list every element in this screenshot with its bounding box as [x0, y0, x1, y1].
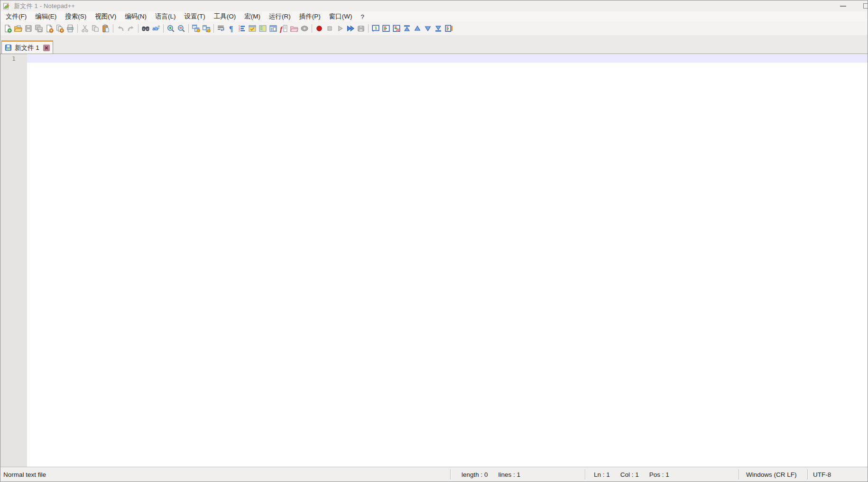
macro-run-multiple-icon	[346, 24, 355, 33]
folder-as-workspace-icon	[290, 24, 298, 33]
function-list-icon: f	[279, 24, 288, 33]
toolbar-separator	[77, 24, 78, 33]
document-list-icon	[269, 24, 277, 33]
close-all-icon	[55, 24, 64, 33]
function-list-button[interactable]: f	[278, 23, 289, 34]
menu-search[interactable]: 搜索(S)	[61, 11, 91, 22]
monitoring-icon	[300, 24, 309, 33]
close-all-button[interactable]	[55, 23, 65, 34]
window-controls	[811, 0, 868, 11]
menu-bar: 文件(F)编辑(E)搜索(S)视图(V)编码(N)语言(L)设置(T)工具(O)…	[0, 11, 868, 22]
cut-button	[80, 23, 90, 34]
monitoring-button	[299, 23, 310, 34]
compare-first-diff-button[interactable]	[402, 23, 412, 34]
replace-button[interactable]: ab	[151, 23, 161, 34]
macro-stop-button	[324, 23, 335, 34]
menu-plugins[interactable]: 插件(P)	[295, 11, 325, 22]
macro-save-icon	[357, 24, 365, 33]
user-defined-dialog-button[interactable]	[247, 23, 258, 34]
new-file-button[interactable]	[2, 23, 13, 34]
menu-view[interactable]: 视图(V)	[91, 11, 120, 22]
toolbar-separator	[138, 24, 139, 33]
status-eol-format[interactable]: Windows (CR LF)	[739, 467, 807, 482]
tab-label: 新文件 1	[15, 44, 39, 52]
compare-options-icon	[444, 24, 453, 33]
compare-prev-diff-button[interactable]	[412, 23, 423, 34]
replace-icon: ab	[152, 24, 160, 33]
svg-text:ab: ab	[152, 26, 158, 31]
sync-horizontal-scroll-button[interactable]	[201, 23, 212, 34]
zoom-in-button[interactable]	[166, 23, 176, 34]
indent-guide-icon	[238, 24, 246, 33]
menu-file[interactable]: 文件(F)	[1, 11, 31, 22]
folder-as-workspace-button[interactable]	[289, 23, 299, 34]
menu-tools[interactable]: 工具(O)	[210, 11, 240, 22]
text-content-area[interactable]	[27, 54, 868, 467]
toolbar-separator	[163, 24, 164, 33]
status-pos: Pos : 1	[649, 471, 669, 478]
status-encoding[interactable]: UTF-8	[808, 467, 868, 482]
indent-guide-button[interactable]	[237, 23, 247, 34]
close-icon	[45, 24, 54, 33]
tab-新文件 1[interactable]: 新文件 1	[1, 40, 53, 54]
compare-button[interactable]	[381, 23, 391, 34]
macro-record-button[interactable]	[314, 23, 324, 34]
save-button	[23, 23, 34, 34]
save-all-button	[34, 23, 44, 34]
compare-prev-diff-icon	[413, 24, 422, 33]
status-doc-type: Normal text file	[0, 467, 450, 482]
window-title: 新文件 1 - Notepad++	[14, 2, 75, 10]
sync-vertical-scroll-button[interactable]	[191, 23, 201, 34]
compare-clear-button[interactable]	[391, 23, 402, 34]
find-button[interactable]	[140, 23, 151, 34]
title-bar: 新文件 1 - Notepad++	[0, 0, 868, 11]
menu-language[interactable]: 语言(L)	[151, 11, 180, 22]
paste-button[interactable]	[101, 23, 111, 34]
copy-button	[90, 23, 101, 34]
compare-last-diff-button[interactable]	[433, 23, 443, 34]
compare-options-button[interactable]	[443, 23, 454, 34]
zoom-in-icon	[166, 24, 175, 33]
print-button[interactable]	[65, 23, 75, 34]
tab-close-icon[interactable]	[43, 45, 50, 51]
maximize-button[interactable]	[863, 3, 868, 9]
compare-set-first-button[interactable]: 1	[370, 23, 381, 34]
show-all-characters-button[interactable]: ¶	[226, 23, 237, 34]
menu-run[interactable]: 运行(R)	[265, 11, 295, 22]
word-wrap-button[interactable]	[216, 23, 226, 34]
menu-macro[interactable]: 宏(M)	[240, 11, 265, 22]
menu-encoding[interactable]: 编码(N)	[120, 11, 151, 22]
macro-play-button	[335, 23, 345, 34]
minimize-button[interactable]	[840, 6, 846, 7]
macro-run-multiple-button[interactable]	[345, 23, 356, 34]
editor-area[interactable]: 1	[0, 54, 868, 467]
menu-help[interactable]: ?	[356, 12, 369, 21]
sync-vertical-scroll-icon	[192, 24, 200, 33]
notepadpp-window: 新文件 1 - Notepad++ 文件(F)编辑(E)搜索(S)视图(V)编码…	[0, 0, 868, 482]
print-icon	[66, 24, 74, 33]
document-list-button[interactable]	[268, 23, 278, 34]
compare-set-first-icon: 1	[371, 24, 380, 33]
save-all-icon	[35, 24, 43, 33]
open-file-button[interactable]	[13, 23, 23, 34]
document-map-button[interactable]	[258, 23, 268, 34]
compare-last-diff-icon	[434, 24, 443, 33]
status-cursor-position: Ln : 1 Col : 1 Pos : 1	[586, 467, 739, 482]
menu-edit[interactable]: 编辑(E)	[31, 11, 61, 22]
new-file-icon	[3, 24, 12, 33]
sync-horizontal-scroll-icon	[202, 24, 211, 33]
macro-record-icon	[315, 24, 323, 33]
compare-first-diff-icon	[403, 24, 411, 33]
compare-next-diff-icon	[424, 24, 432, 33]
document-map-icon	[259, 24, 267, 33]
status-bar: Normal text file length : 0 lines : 1 Ln…	[0, 467, 868, 482]
compare-next-diff-button[interactable]	[423, 23, 433, 34]
close-button[interactable]	[44, 23, 55, 34]
zoom-out-button[interactable]	[176, 23, 186, 34]
menu-window[interactable]: 窗口(W)	[325, 11, 357, 22]
line-number: 1	[0, 55, 27, 63]
svg-text:f: f	[280, 25, 283, 33]
menu-settings[interactable]: 设置(T)	[180, 11, 210, 22]
status-line: Ln : 1	[594, 471, 610, 478]
copy-icon	[91, 24, 100, 33]
